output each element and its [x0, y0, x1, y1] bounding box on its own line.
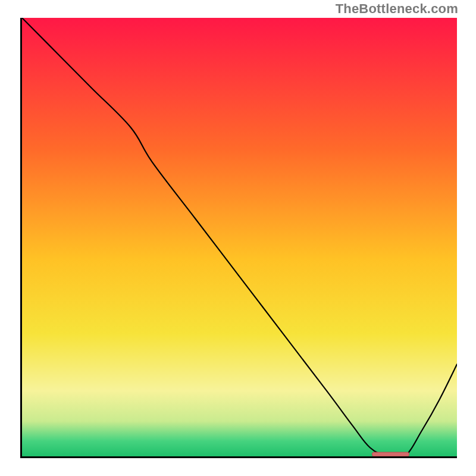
chart-svg [22, 18, 457, 456]
attribution-text: TheBottleneck.com [336, 1, 458, 17]
chart-frame [20, 18, 457, 458]
optimal-marker [372, 452, 409, 456]
